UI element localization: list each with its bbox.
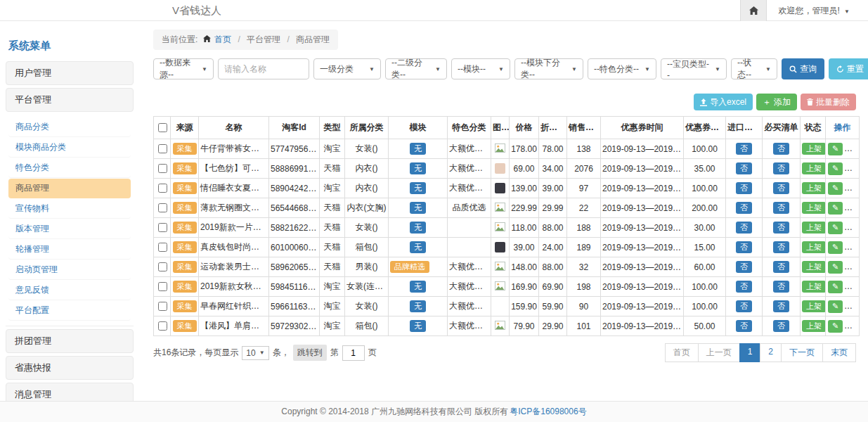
filter-select-5[interactable]: --特色分类--▼ xyxy=(588,58,656,79)
must-buy-badge[interactable]: 否 xyxy=(773,162,789,174)
per-page-select[interactable]: 10 ▼ xyxy=(242,346,268,360)
edit-button[interactable]: ✎ xyxy=(828,241,843,254)
row-checkbox[interactable] xyxy=(158,184,167,193)
user-menu[interactable]: 欢迎您，管理员! ▼ xyxy=(778,5,850,17)
sidebar-item-2[interactable]: 特色分类 xyxy=(8,158,131,178)
select-all-checkbox[interactable] xyxy=(158,123,167,132)
row-checkbox[interactable] xyxy=(158,321,167,331)
jump-page-input[interactable] xyxy=(342,345,365,361)
jump-button[interactable]: 跳转到 xyxy=(293,345,327,361)
name-search-input[interactable] xyxy=(218,58,309,79)
edit-button[interactable]: ✎ xyxy=(828,202,843,215)
sidebar-item-3[interactable]: 商品管理 xyxy=(8,179,131,198)
edit-button[interactable]: ✎ xyxy=(828,281,843,293)
status-badge[interactable]: 上架 xyxy=(802,222,826,234)
name-cell: 运动套装男士卫衣初秋... xyxy=(199,257,269,277)
row-checkbox[interactable] xyxy=(158,164,167,173)
page-button-2[interactable]: 2 xyxy=(760,343,782,362)
imported-badge[interactable]: 否 xyxy=(736,261,752,273)
sidebar-item-8[interactable]: 意见反馈 xyxy=(8,281,131,300)
home-button[interactable] xyxy=(740,0,767,21)
module-cell: 无 xyxy=(389,238,448,257)
batch-delete-button[interactable]: 批量删除 xyxy=(801,94,856,110)
page-button-上一页[interactable]: 上一页 xyxy=(698,343,740,362)
page-button-末页[interactable]: 末页 xyxy=(822,343,856,362)
must-buy-badge[interactable]: 否 xyxy=(773,222,789,234)
status-badge[interactable]: 上架 xyxy=(802,241,826,253)
sidebar-section-2[interactable]: 拼团管理 xyxy=(6,329,134,353)
status-badge[interactable]: 上架 xyxy=(802,320,826,332)
status-badge[interactable]: 上架 xyxy=(802,261,826,273)
imported-badge[interactable]: 否 xyxy=(736,300,752,312)
edit-button[interactable]: ✎ xyxy=(828,182,843,195)
status-badge[interactable]: 上架 xyxy=(802,202,826,214)
filter-select-4[interactable]: --模块下分类--▼ xyxy=(514,58,583,79)
coupon-amount-cell: 100.00 xyxy=(684,179,726,198)
data-source-select[interactable]: --数据来源--▼ xyxy=(153,58,214,79)
filter-select-7[interactable]: --状态--▼ xyxy=(731,58,777,79)
sidebar-item-1[interactable]: 模块商品分类 xyxy=(8,138,131,158)
status-badge[interactable]: 上架 xyxy=(802,182,826,194)
must-buy-badge[interactable]: 否 xyxy=(773,320,789,332)
row-checkbox-cell xyxy=(154,257,171,277)
reset-button[interactable]: 重置 xyxy=(829,58,868,79)
must-buy-badge[interactable]: 否 xyxy=(773,261,789,273)
taoke-id-cell: 598451162391 xyxy=(269,277,320,297)
status-badge[interactable]: 上架 xyxy=(802,300,826,312)
row-checkbox[interactable] xyxy=(158,262,167,271)
edit-button[interactable]: ✎ xyxy=(828,222,843,234)
icp-link[interactable]: 粤ICP备16098006号 xyxy=(510,406,586,418)
row-checkbox[interactable] xyxy=(158,243,167,252)
must-buy-badge[interactable]: 否 xyxy=(773,241,789,253)
imported-badge[interactable]: 否 xyxy=(736,281,752,293)
sidebar-section-3[interactable]: 省惠快报 xyxy=(6,356,134,380)
search-button[interactable]: 查询 xyxy=(782,58,824,79)
must-buy-badge[interactable]: 否 xyxy=(773,202,789,214)
status-badge[interactable]: 上架 xyxy=(802,281,826,293)
sidebar-section-1[interactable]: 平台管理 xyxy=(6,88,134,112)
row-checkbox[interactable] xyxy=(158,223,167,232)
row-checkbox[interactable] xyxy=(158,302,167,311)
page-button-下一页[interactable]: 下一页 xyxy=(781,343,823,362)
sidebar-section-0[interactable]: 用户管理 xyxy=(6,61,134,85)
sidebar-item-0[interactable]: 商品分类 xyxy=(8,117,131,137)
page-button-1[interactable]: 1 xyxy=(739,343,761,362)
must-buy-badge[interactable]: 否 xyxy=(773,281,789,293)
page-button-首页[interactable]: 首页 xyxy=(665,343,699,362)
sidebar-item-5[interactable]: 版本管理 xyxy=(8,219,131,239)
sidebar-item-9[interactable]: 平台配置 xyxy=(8,301,131,321)
filter-select-1[interactable]: 一级分类▼ xyxy=(313,58,381,79)
sidebar-submenu: 商品分类模块商品分类特色分类商品管理宣传物料版本管理轮播管理启动页管理意见反馈平… xyxy=(6,115,134,326)
imported-badge[interactable]: 否 xyxy=(736,241,752,253)
add-button[interactable]: ＋ 添加 xyxy=(756,94,797,110)
row-checkbox[interactable] xyxy=(158,144,167,153)
must-buy-badge[interactable]: 否 xyxy=(773,143,789,155)
sidebar-item-4[interactable]: 宣传物料 xyxy=(8,199,131,219)
edit-button[interactable]: ✎ xyxy=(828,320,843,333)
must-buy-badge[interactable]: 否 xyxy=(773,182,789,194)
must-buy-badge[interactable]: 否 xyxy=(773,300,789,312)
row-checkbox[interactable] xyxy=(158,282,167,291)
sidebar-item-6[interactable]: 轮播管理 xyxy=(8,240,131,260)
filter-select-3[interactable]: --模块--▼ xyxy=(451,58,510,79)
status-badge[interactable]: 上架 xyxy=(802,162,826,174)
imported-badge[interactable]: 否 xyxy=(736,202,752,214)
row-checkbox[interactable] xyxy=(158,203,167,212)
imported-badge[interactable]: 否 xyxy=(736,320,752,332)
status-badge[interactable]: 上架 xyxy=(802,143,826,155)
edit-button[interactable]: ✎ xyxy=(828,300,843,313)
filter-select-2[interactable]: --二级分类--▼ xyxy=(385,58,447,79)
filter-select-6[interactable]: --宝贝类型--▼ xyxy=(661,58,727,79)
sidebar-section-4[interactable]: 消息管理 xyxy=(6,383,134,401)
imported-badge[interactable]: 否 xyxy=(736,162,752,174)
breadcrumb-home-link[interactable]: 首页 xyxy=(214,34,231,44)
imported-badge[interactable]: 否 xyxy=(736,182,752,194)
edit-button[interactable]: ✎ xyxy=(828,261,843,274)
column-header-0: 来源 xyxy=(171,117,199,139)
imported-badge[interactable]: 否 xyxy=(736,143,752,155)
edit-button[interactable]: ✎ xyxy=(828,143,843,155)
sidebar-item-7[interactable]: 启动页管理 xyxy=(8,260,131,280)
edit-button[interactable]: ✎ xyxy=(828,162,843,175)
imported-badge[interactable]: 否 xyxy=(736,222,752,234)
import-excel-button[interactable]: 导入excel xyxy=(694,94,753,110)
